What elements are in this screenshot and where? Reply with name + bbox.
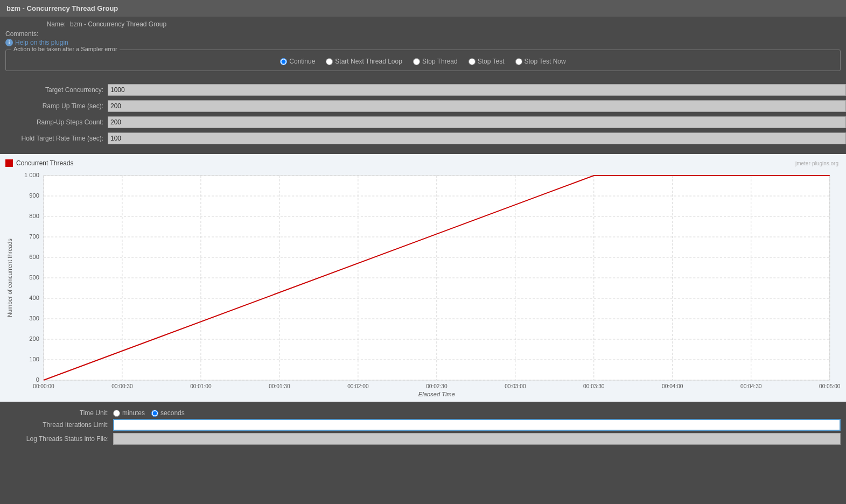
- thread-iter-row: Thread Iterations Limit:: [5, 419, 841, 431]
- legend-color-box: [5, 159, 13, 167]
- radio-minutes-label: minutes: [122, 409, 145, 417]
- svg-text:00:01:30: 00:01:30: [269, 383, 290, 389]
- radio-continue[interactable]: Continue: [280, 58, 315, 65]
- log-threads-input[interactable]: [113, 433, 841, 445]
- info-icon: i: [5, 39, 13, 46]
- svg-text:100: 100: [29, 356, 39, 362]
- action-radio-row: Continue Start Next Thread Loop Stop Thr…: [11, 53, 835, 67]
- thread-iter-input[interactable]: [113, 419, 841, 431]
- time-unit-row: Time Unit: minutes seconds: [5, 409, 841, 417]
- svg-text:500: 500: [29, 274, 39, 281]
- svg-text:400: 400: [29, 295, 39, 301]
- svg-text:00:02:30: 00:02:30: [426, 383, 448, 389]
- ramp-up-steps-row: Ramp-Up Steps Count:: [0, 115, 846, 129]
- radio-minutes-input[interactable]: [113, 410, 120, 417]
- ramp-up-steps-label: Ramp-Up Steps Count:: [0, 118, 108, 126]
- radio-stop-test[interactable]: Stop Test: [469, 58, 505, 65]
- svg-text:00:00:30: 00:00:30: [111, 383, 133, 389]
- hold-target-row: Hold Target Rate Time (sec):: [0, 131, 846, 145]
- title-bar: bzm - Concurrency Thread Group: [0, 0, 846, 17]
- comments-label: Comments:: [5, 30, 841, 38]
- svg-text:00:03:30: 00:03:30: [583, 383, 605, 389]
- thread-iter-label: Thread Iterations Limit:: [5, 421, 113, 429]
- time-unit-label: Time Unit:: [5, 409, 113, 417]
- svg-text:0: 0: [36, 376, 39, 383]
- radio-seconds-input[interactable]: [151, 410, 158, 417]
- svg-text:00:05:00: 00:05:00: [819, 383, 841, 389]
- bottom-section: Time Unit: minutes seconds Thread Iterat…: [0, 406, 846, 448]
- radio-start-next-label: Start Next Thread Loop: [335, 58, 402, 65]
- legend-label: Concurrent Threads: [16, 159, 74, 167]
- help-link-text: Help on this plugin: [15, 39, 68, 46]
- target-concurrency-row: Target Concurrency:: [0, 83, 846, 97]
- svg-text:900: 900: [29, 192, 39, 199]
- radio-continue-label: Continue: [289, 58, 315, 65]
- target-concurrency-label: Target Concurrency:: [0, 86, 108, 94]
- chart-legend: Concurrent Threads: [5, 159, 841, 167]
- svg-text:00:02:00: 00:02:00: [347, 383, 369, 389]
- svg-text:600: 600: [29, 254, 39, 260]
- action-group-legend: Action to be taken after a Sampler error: [11, 46, 120, 52]
- log-threads-row: Log Threads Status into File:: [5, 433, 841, 445]
- svg-text:300: 300: [29, 315, 39, 321]
- svg-text:800: 800: [29, 213, 39, 219]
- radio-stop-test-input[interactable]: [469, 58, 476, 65]
- title-text: bzm - Concurrency Thread Group: [6, 4, 118, 12]
- svg-text:1 000: 1 000: [24, 172, 39, 178]
- time-unit-radios: minutes seconds: [113, 409, 185, 417]
- chart-container: Concurrent Threads jmeter-plugins.org 0 …: [0, 154, 846, 402]
- hold-target-label: Hold Target Rate Time (sec):: [0, 135, 108, 142]
- y-axis-label: Number of concurrent threads: [6, 239, 13, 317]
- svg-text:00:03:00: 00:03:00: [505, 383, 526, 389]
- svg-text:00:01:00: 00:01:00: [190, 383, 212, 389]
- chart-wrapper: 0 100 200 300 400 500 600 700 800 900 1 …: [5, 170, 841, 396]
- x-axis-label: Elapsed Time: [418, 391, 455, 396]
- radio-seconds[interactable]: seconds: [151, 409, 185, 417]
- radio-minutes[interactable]: minutes: [113, 409, 145, 417]
- ramp-up-time-label: Ramp Up Time (sec):: [0, 102, 108, 110]
- svg-text:00:04:30: 00:04:30: [740, 383, 762, 389]
- radio-stop-thread-label: Stop Thread: [422, 58, 458, 65]
- svg-text:00:00:00: 00:00:00: [33, 383, 54, 389]
- hold-target-input[interactable]: [108, 132, 846, 144]
- chart-svg: 0 100 200 300 400 500 600 700 800 900 1 …: [5, 170, 841, 396]
- radio-stop-test-now-input[interactable]: [515, 58, 522, 65]
- action-group: Action to be taken after a Sampler error…: [5, 50, 841, 71]
- radio-stop-thread-input[interactable]: [413, 58, 420, 65]
- ramp-up-time-row: Ramp Up Time (sec):: [0, 99, 846, 113]
- ramp-up-time-input[interactable]: [108, 100, 846, 112]
- name-label: Name:: [5, 20, 70, 28]
- chart-watermark: jmeter-plugins.org: [795, 160, 838, 166]
- name-value: bzm - Concurrency Thread Group: [70, 20, 166, 28]
- name-row: Name: bzm - Concurrency Thread Group: [5, 20, 841, 28]
- svg-text:200: 200: [29, 335, 39, 342]
- radio-stop-test-now[interactable]: Stop Test Now: [515, 58, 566, 65]
- log-threads-label: Log Threads Status into File:: [5, 435, 113, 443]
- radio-start-next-input[interactable]: [326, 58, 333, 65]
- help-link[interactable]: i Help on this plugin: [5, 39, 841, 46]
- radio-stop-thread[interactable]: Stop Thread: [413, 58, 458, 65]
- radio-continue-input[interactable]: [280, 58, 287, 65]
- ramp-up-steps-input[interactable]: [108, 116, 846, 128]
- radio-stop-test-label: Stop Test: [478, 58, 505, 65]
- svg-text:700: 700: [29, 233, 39, 240]
- radio-stop-test-now-label: Stop Test Now: [525, 58, 566, 65]
- param-section: Target Concurrency: Ramp Up Time (sec): …: [0, 79, 846, 150]
- radio-seconds-label: seconds: [160, 409, 185, 417]
- radio-start-next[interactable]: Start Next Thread Loop: [326, 58, 402, 65]
- svg-text:00:04:00: 00:04:00: [662, 383, 683, 389]
- target-concurrency-input[interactable]: [108, 84, 846, 96]
